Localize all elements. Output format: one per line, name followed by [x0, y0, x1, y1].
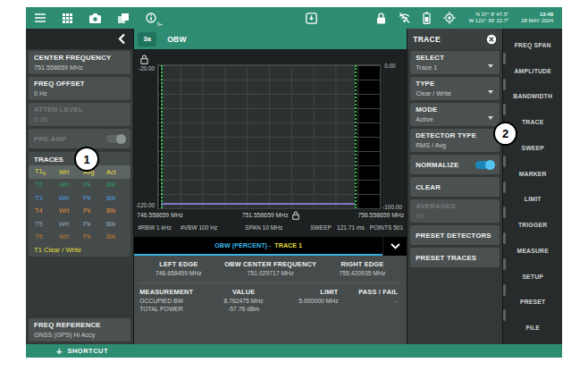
callout-2: 2 [493, 122, 517, 146]
save-screenshot-icon[interactable] [306, 13, 317, 24]
menu-limit[interactable]: LIMIT [503, 187, 562, 213]
atten-level-button: ATTEN LEVEL 5 dB [29, 103, 130, 126]
averages-value: 10 [416, 212, 494, 220]
battery-icon[interactable] [423, 12, 431, 24]
obw-result-bar: OBW (PERCENT) - TRACE 1 [134, 237, 407, 256]
value-header: VALUE [212, 288, 275, 296]
clear-label: CLEAR [416, 183, 441, 191]
trace-type-label: TYPE [416, 80, 494, 88]
sweep-settings-row: #RBW 1 kHz #VBW 100 Hz SPAN 10 MHz SWEEP… [134, 221, 407, 234]
hamburger-menu-icon[interactable] [35, 13, 46, 22]
clear-button[interactable]: CLEAR [410, 177, 500, 197]
freq-offset-button[interactable]: FREQ OFFSET 0 Hz [29, 77, 130, 100]
screen-tab-label[interactable]: OBW [167, 35, 187, 44]
right-edge-header: RIGHT EDGE [323, 260, 401, 268]
trace-detector: Pk [83, 220, 106, 228]
chevron-down-icon [391, 243, 400, 249]
apps-grid-icon[interactable] [63, 13, 72, 23]
detector-type-label: DETECTOR TYPE [416, 131, 494, 139]
menu-file[interactable]: FILE [503, 315, 562, 341]
left-edge-header: LEFT EDGE [139, 260, 217, 268]
averages-button: AVERAGES 10 [410, 199, 500, 223]
trace-mode-value: Active [416, 115, 494, 123]
trace-settings-panel: TRACE SELECT Trace 1 TYPE Clear / Write … [407, 29, 503, 344]
menu-freq-span[interactable]: FREQ SPAN [503, 32, 562, 58]
trace-id: T3 [35, 194, 59, 202]
sweep-value: 121.71 ms [337, 224, 365, 231]
averages-label: AVERAGES [416, 202, 494, 210]
trace-row-t4[interactable]: T4 Wrt Pk Blk [29, 205, 130, 218]
menu-trigger[interactable]: TRIGGER [503, 212, 562, 238]
measurement-header: MEASUREMENT [139, 288, 212, 296]
obw-measurement-table: LEFT EDGE OBW CENTER FREQUENCY RIGHT EDG… [134, 256, 407, 344]
trace-type: Wrt [59, 232, 83, 240]
trace-row-t2[interactable]: T2 Wrt Pk Blk [29, 179, 130, 192]
trace-id: T6 [35, 232, 59, 240]
trace-type: Wrt [59, 220, 83, 228]
preset-traces-button[interactable]: PRESET TRACES [410, 248, 500, 267]
trace-type: Wrt [59, 181, 83, 189]
normalize-button[interactable]: NORMALIZE [410, 155, 500, 174]
trace-select-dropdown[interactable]: SELECT Trace 1 [410, 51, 500, 74]
add-shortcut-button[interactable]: SHORTCUT [67, 347, 108, 355]
y-axis-right: 0.00 -100.00 [381, 64, 407, 209]
center-frequency-button[interactable]: CENTER FREQUENCY 751.558659 MHz [29, 51, 130, 74]
trace-row-t6[interactable]: T6 Wrt Pk Blk [29, 231, 130, 244]
trace-panel-title: TRACE [413, 35, 441, 44]
trace-type-dropdown[interactable]: TYPE Clear / Write [410, 77, 500, 100]
trace-type: Wrt [59, 207, 83, 215]
pre-amp-toggle[interactable] [106, 135, 125, 143]
screens-layers-icon[interactable] [118, 13, 129, 23]
result-collapse-button[interactable] [382, 237, 407, 256]
camera-icon[interactable] [89, 13, 101, 23]
obw-center-header: OBW CENTER FREQUENCY [218, 260, 323, 268]
spectrum-graph: -20.00 -120.00 0.00 -100.00 [134, 64, 407, 209]
center-freq-lock-icon [292, 211, 299, 220]
normalize-label: NORMALIZE [416, 161, 458, 169]
notification-count-badge: 9+ [157, 21, 163, 27]
freq-reference-button[interactable]: FREQ REFERENCE GNSS (GPS) Hi Accy [29, 318, 130, 341]
amplitude-lock-icon [140, 55, 148, 64]
app-window: 9+ N 37° 8' 47.5" W 121° 39' 22.7" [26, 7, 562, 358]
menu-setup[interactable]: SETUP [503, 264, 562, 290]
trace-mode-label: MODE [416, 105, 494, 114]
trace-state: Blk [106, 232, 124, 240]
trace-row-t3[interactable]: T3 Wrt Pk Blk [29, 191, 130, 205]
occupied-bw-name: OCCUPIED BW [139, 298, 212, 304]
freq-offset-label: FREQ OFFSET [34, 80, 125, 88]
normalize-toggle[interactable] [475, 161, 494, 169]
callout-1: 1 [74, 147, 99, 172]
menu-measure[interactable]: MEASURE [503, 238, 562, 264]
menu-preset[interactable]: PRESET [503, 290, 562, 316]
x-axis-labels: 746.558659 MHz 751.558659 MHz 756.558659… [134, 209, 407, 221]
trace1-line [161, 203, 355, 205]
spectrum-plot-area[interactable] [157, 64, 381, 209]
obw-right-edge-marker [355, 65, 357, 208]
trace-row-t5[interactable]: T5 Wrt Pk Blk [29, 217, 130, 231]
sidebar-collapse-button[interactable] [26, 29, 133, 49]
close-icon[interactable] [486, 34, 497, 45]
trace-id: T5 [35, 220, 59, 228]
menu-bandwidth[interactable]: BANDWIDTH [503, 84, 562, 110]
detector-type-button[interactable]: DETECTOR TYPE RMS / Avg [410, 129, 500, 152]
x-center-label: 751.558659 MHz [242, 212, 289, 218]
screen-tab-icon[interactable]: 3a [138, 32, 156, 46]
wifi-off-icon[interactable] [399, 13, 410, 23]
lock-icon[interactable] [376, 13, 386, 24]
gps-location-icon[interactable] [443, 12, 456, 24]
info-notifications-icon[interactable]: 9+ [146, 13, 156, 23]
graph-gridlines [158, 65, 380, 208]
y-right-top-label: 0.00 [384, 63, 395, 69]
active-trace-status: T1 Clear / Write [29, 243, 130, 256]
obw-result-title: OBW (PERCENT) - TRACE 1 [134, 237, 382, 256]
occupied-bw-result: -- [339, 298, 402, 304]
trace-mode-dropdown[interactable]: MODE Active [410, 103, 500, 126]
chevron-down-icon [488, 90, 493, 94]
menu-amplitude[interactable]: AMPLITUDE [503, 58, 562, 84]
trace-type-value: Clear / Write [416, 89, 494, 97]
menu-marker[interactable]: MARKER [503, 161, 562, 187]
content-area: CENTER FREQUENCY 751.558659 MHz FREQ OFF… [26, 29, 562, 344]
y-right-bottom-label: -100.00 [382, 204, 402, 210]
pre-amp-button: PRE AMP [29, 129, 130, 148]
preset-detectors-button[interactable]: PRESET DETECTORS [410, 225, 500, 245]
